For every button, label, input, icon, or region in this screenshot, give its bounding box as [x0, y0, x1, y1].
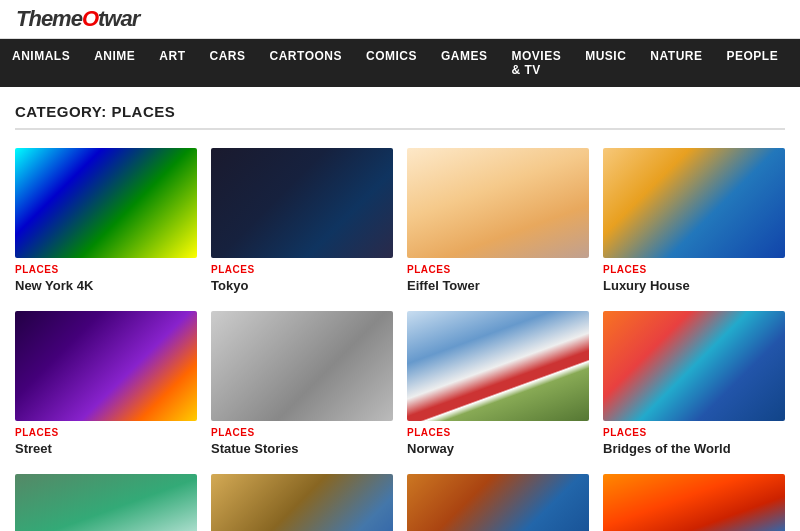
nav-item-music[interactable]: MUSIC [573, 39, 638, 87]
main-nav: ANIMALSANIMEARTCARSCARTOONSCOMICSGAMESMO… [0, 39, 800, 87]
card-image-2 [211, 148, 393, 258]
card-9[interactable]: PLACES [15, 474, 197, 531]
nav-item-art[interactable]: ART [147, 39, 197, 87]
nav-item-anime[interactable]: ANIME [82, 39, 147, 87]
card-title-6: Statue Stories [211, 441, 393, 458]
card-image-4 [603, 148, 785, 258]
card-image-12 [603, 474, 785, 531]
card-5[interactable]: PLACESStreet [15, 311, 197, 458]
card-image-3 [407, 148, 589, 258]
card-image-11 [407, 474, 589, 531]
card-10[interactable]: PLACES [211, 474, 393, 531]
card-image-1 [15, 148, 197, 258]
card-image-9 [15, 474, 197, 531]
nav-item-nature[interactable]: NATURE [638, 39, 714, 87]
card-category-1: PLACES [15, 264, 197, 275]
card-category-3: PLACES [407, 264, 589, 275]
card-title-7: Norway [407, 441, 589, 458]
card-title-8: Bridges of the World [603, 441, 785, 458]
card-title-3: Eiffel Tower [407, 278, 589, 295]
card-grid: PLACESNew York 4KPLACESTokyoPLACESEiffel… [15, 148, 785, 531]
card-image-10 [211, 474, 393, 531]
card-category-6: PLACES [211, 427, 393, 438]
card-12[interactable]: PLACES [603, 474, 785, 531]
nav-item-cartoons[interactable]: CARTOONS [258, 39, 354, 87]
card-title-5: Street [15, 441, 197, 458]
nav-item-movies-&-tv[interactable]: MOVIES & TV [500, 39, 574, 87]
card-category-5: PLACES [15, 427, 197, 438]
nav-item-comics[interactable]: COMICS [354, 39, 429, 87]
card-image-6 [211, 311, 393, 421]
card-category-2: PLACES [211, 264, 393, 275]
card-image-7 [407, 311, 589, 421]
card-3[interactable]: PLACESEiffel Tower [407, 148, 589, 295]
nav-item-places[interactable]: PLACES [790, 39, 800, 87]
site-header: ThemeOtwar [0, 0, 800, 39]
nav-item-cars[interactable]: CARS [198, 39, 258, 87]
card-7[interactable]: PLACESNorway [407, 311, 589, 458]
nav-item-games[interactable]: GAMES [429, 39, 500, 87]
nav-item-animals[interactable]: ANIMALS [0, 39, 82, 87]
card-1[interactable]: PLACESNew York 4K [15, 148, 197, 295]
card-title-4: Luxury House [603, 278, 785, 295]
card-title-2: Tokyo [211, 278, 393, 295]
card-image-5 [15, 311, 197, 421]
card-6[interactable]: PLACESStatue Stories [211, 311, 393, 458]
card-11[interactable]: PLACES [407, 474, 589, 531]
card-4[interactable]: PLACESLuxury House [603, 148, 785, 295]
card-2[interactable]: PLACESTokyo [211, 148, 393, 295]
card-category-7: PLACES [407, 427, 589, 438]
nav-item-people[interactable]: PEOPLE [714, 39, 790, 87]
card-category-4: PLACES [603, 264, 785, 275]
site-logo[interactable]: ThemeOtwar [16, 6, 139, 32]
card-image-8 [603, 311, 785, 421]
page-container: Category: Places PLACESNew York 4KPLACES… [5, 87, 795, 531]
card-8[interactable]: PLACESBridges of the World [603, 311, 785, 458]
card-category-8: PLACES [603, 427, 785, 438]
card-title-1: New York 4K [15, 278, 197, 295]
category-title: Category: Places [15, 103, 785, 130]
